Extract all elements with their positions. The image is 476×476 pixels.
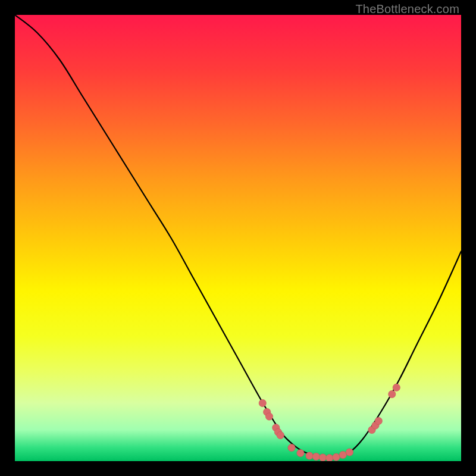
marker-dot	[297, 449, 304, 456]
marker-dot	[277, 431, 284, 439]
marker-dot	[312, 453, 320, 460]
chart-frame: TheBottleneck.com	[0, 0, 476, 476]
watermark-text: TheBottleneck.com	[355, 2, 459, 16]
marker-dot	[326, 455, 333, 461]
marker-dot	[319, 454, 326, 461]
chart-svg	[15, 15, 461, 461]
marker-dot	[288, 444, 295, 451]
plot-area	[15, 15, 461, 461]
marker-dot	[306, 452, 313, 459]
marker-dot	[346, 449, 353, 456]
marker-dots	[259, 384, 400, 461]
marker-dot	[333, 453, 340, 461]
marker-dot	[265, 413, 273, 420]
marker-dot	[389, 390, 396, 397]
marker-dot	[393, 384, 400, 391]
marker-dot	[259, 399, 266, 406]
marker-dot	[375, 417, 382, 424]
marker-dot	[339, 451, 346, 458]
